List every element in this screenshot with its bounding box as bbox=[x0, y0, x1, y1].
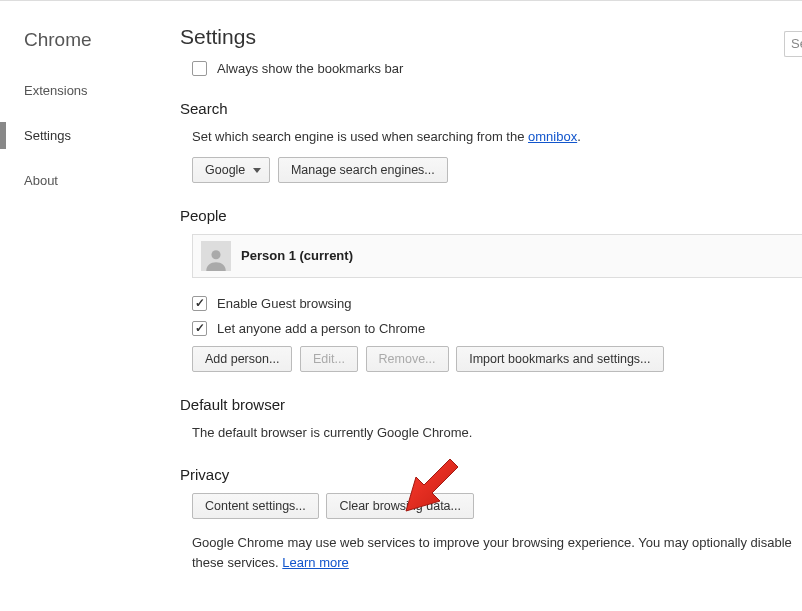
sidebar-item-extensions[interactable]: Extensions bbox=[0, 75, 170, 106]
sidebar-item-label: Settings bbox=[24, 128, 71, 143]
section-people: People Person 1 (current) Enable Guest b… bbox=[180, 207, 802, 372]
manage-search-engines-button[interactable]: Manage search engines... bbox=[278, 157, 448, 183]
anyone-add-person-checkbox[interactable] bbox=[192, 321, 207, 336]
sidebar: Chrome Extensions Settings About bbox=[0, 1, 170, 210]
edit-person-button[interactable]: Edit... bbox=[300, 346, 358, 372]
section-heading-default-browser: Default browser bbox=[180, 396, 802, 413]
section-appearance-tail: Always show the bookmarks bar bbox=[180, 61, 802, 76]
guest-browsing-row: Enable Guest browsing bbox=[192, 296, 802, 311]
section-search: Search Set which search engine is used w… bbox=[180, 100, 802, 183]
person-icon bbox=[203, 245, 229, 271]
search-desc-prefix: Set which search engine is used when sea… bbox=[192, 129, 528, 144]
anyone-add-person-row: Let anyone add a person to Chrome bbox=[192, 321, 802, 336]
search-desc-suffix: . bbox=[577, 129, 581, 144]
section-heading-privacy: Privacy bbox=[180, 466, 802, 483]
content-settings-button[interactable]: Content settings... bbox=[192, 493, 319, 519]
search-description: Set which search engine is used when sea… bbox=[192, 127, 802, 147]
always-show-bookmarks-row: Always show the bookmarks bar bbox=[192, 61, 802, 76]
remove-person-button[interactable]: Remove... bbox=[366, 346, 449, 372]
section-default-browser: Default browser The default browser is c… bbox=[180, 396, 802, 443]
default-browser-text: The default browser is currently Google … bbox=[192, 423, 802, 443]
sidebar-item-label: Extensions bbox=[24, 83, 88, 98]
sidebar-title: Chrome bbox=[0, 29, 170, 51]
main-content: Settings Se Always show the bookmarks ba… bbox=[180, 1, 802, 596]
search-settings-input[interactable]: Se bbox=[784, 31, 802, 57]
add-person-button[interactable]: Add person... bbox=[192, 346, 292, 372]
avatar bbox=[201, 241, 231, 271]
guest-browsing-checkbox[interactable] bbox=[192, 296, 207, 311]
person-row[interactable]: Person 1 (current) bbox=[192, 234, 802, 278]
clear-browsing-data-button[interactable]: Clear browsing data... bbox=[326, 493, 474, 519]
sidebar-item-settings[interactable]: Settings bbox=[0, 120, 170, 151]
page-title: Settings bbox=[180, 25, 802, 49]
search-engine-selected: Google bbox=[205, 163, 245, 177]
learn-more-link[interactable]: Learn more bbox=[282, 555, 348, 570]
always-show-bookmarks-label: Always show the bookmarks bar bbox=[217, 61, 403, 76]
import-bookmarks-button[interactable]: Import bookmarks and settings... bbox=[456, 346, 663, 372]
section-privacy: Privacy Content settings... Clear browsi… bbox=[180, 466, 802, 572]
sidebar-item-about[interactable]: About bbox=[0, 165, 170, 196]
sidebar-item-label: About bbox=[24, 173, 58, 188]
section-heading-people: People bbox=[180, 207, 802, 224]
svg-point-0 bbox=[211, 250, 220, 259]
always-show-bookmarks-checkbox[interactable] bbox=[192, 61, 207, 76]
anyone-add-person-label: Let anyone add a person to Chrome bbox=[217, 321, 425, 336]
person-name: Person 1 (current) bbox=[241, 248, 353, 263]
guest-browsing-label: Enable Guest browsing bbox=[217, 296, 351, 311]
chevron-down-icon bbox=[253, 168, 261, 173]
section-heading-search: Search bbox=[180, 100, 802, 117]
search-engine-select[interactable]: Google bbox=[192, 157, 270, 183]
privacy-description: Google Chrome may use web services to im… bbox=[192, 533, 802, 572]
omnibox-link[interactable]: omnibox bbox=[528, 129, 577, 144]
